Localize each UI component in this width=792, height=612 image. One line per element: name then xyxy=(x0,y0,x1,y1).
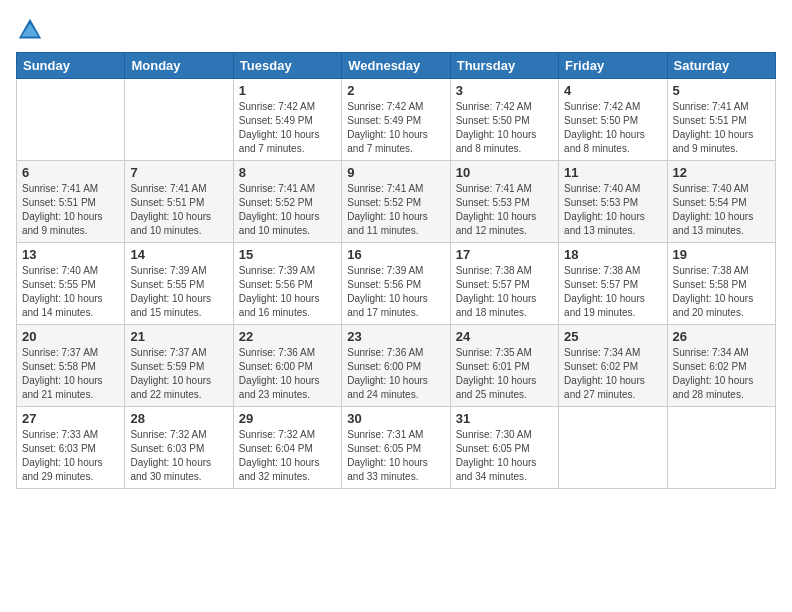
day-number: 5 xyxy=(673,83,770,98)
day-info: Sunrise: 7:41 AM Sunset: 5:51 PM Dayligh… xyxy=(673,100,770,156)
calendar-day-5: 5Sunrise: 7:41 AM Sunset: 5:51 PM Daylig… xyxy=(667,79,775,161)
day-info: Sunrise: 7:37 AM Sunset: 5:58 PM Dayligh… xyxy=(22,346,119,402)
calendar-day-17: 17Sunrise: 7:38 AM Sunset: 5:57 PM Dayli… xyxy=(450,243,558,325)
day-number: 26 xyxy=(673,329,770,344)
calendar-day-31: 31Sunrise: 7:30 AM Sunset: 6:05 PM Dayli… xyxy=(450,407,558,489)
day-number: 19 xyxy=(673,247,770,262)
calendar-week-row: 27Sunrise: 7:33 AM Sunset: 6:03 PM Dayli… xyxy=(17,407,776,489)
day-info: Sunrise: 7:35 AM Sunset: 6:01 PM Dayligh… xyxy=(456,346,553,402)
calendar-day-15: 15Sunrise: 7:39 AM Sunset: 5:56 PM Dayli… xyxy=(233,243,341,325)
day-number: 24 xyxy=(456,329,553,344)
day-number: 21 xyxy=(130,329,227,344)
day-number: 17 xyxy=(456,247,553,262)
day-number: 20 xyxy=(22,329,119,344)
day-number: 13 xyxy=(22,247,119,262)
calendar-day-19: 19Sunrise: 7:38 AM Sunset: 5:58 PM Dayli… xyxy=(667,243,775,325)
day-header-tuesday: Tuesday xyxy=(233,53,341,79)
day-info: Sunrise: 7:38 AM Sunset: 5:57 PM Dayligh… xyxy=(564,264,661,320)
day-info: Sunrise: 7:37 AM Sunset: 5:59 PM Dayligh… xyxy=(130,346,227,402)
day-number: 18 xyxy=(564,247,661,262)
calendar-day-26: 26Sunrise: 7:34 AM Sunset: 6:02 PM Dayli… xyxy=(667,325,775,407)
day-number: 30 xyxy=(347,411,444,426)
day-number: 10 xyxy=(456,165,553,180)
calendar-day-12: 12Sunrise: 7:40 AM Sunset: 5:54 PM Dayli… xyxy=(667,161,775,243)
day-info: Sunrise: 7:41 AM Sunset: 5:52 PM Dayligh… xyxy=(239,182,336,238)
day-number: 25 xyxy=(564,329,661,344)
day-number: 29 xyxy=(239,411,336,426)
logo-icon xyxy=(16,16,44,44)
header xyxy=(16,16,776,44)
day-info: Sunrise: 7:32 AM Sunset: 6:04 PM Dayligh… xyxy=(239,428,336,484)
day-info: Sunrise: 7:32 AM Sunset: 6:03 PM Dayligh… xyxy=(130,428,227,484)
day-header-thursday: Thursday xyxy=(450,53,558,79)
day-number: 14 xyxy=(130,247,227,262)
day-number: 27 xyxy=(22,411,119,426)
calendar-day-24: 24Sunrise: 7:35 AM Sunset: 6:01 PM Dayli… xyxy=(450,325,558,407)
day-header-saturday: Saturday xyxy=(667,53,775,79)
calendar-day-21: 21Sunrise: 7:37 AM Sunset: 5:59 PM Dayli… xyxy=(125,325,233,407)
day-number: 1 xyxy=(239,83,336,98)
calendar-day-20: 20Sunrise: 7:37 AM Sunset: 5:58 PM Dayli… xyxy=(17,325,125,407)
calendar-week-row: 6Sunrise: 7:41 AM Sunset: 5:51 PM Daylig… xyxy=(17,161,776,243)
day-header-sunday: Sunday xyxy=(17,53,125,79)
day-info: Sunrise: 7:42 AM Sunset: 5:49 PM Dayligh… xyxy=(347,100,444,156)
calendar-day-30: 30Sunrise: 7:31 AM Sunset: 6:05 PM Dayli… xyxy=(342,407,450,489)
day-info: Sunrise: 7:36 AM Sunset: 6:00 PM Dayligh… xyxy=(239,346,336,402)
calendar-day-22: 22Sunrise: 7:36 AM Sunset: 6:00 PM Dayli… xyxy=(233,325,341,407)
calendar-day-27: 27Sunrise: 7:33 AM Sunset: 6:03 PM Dayli… xyxy=(17,407,125,489)
day-info: Sunrise: 7:42 AM Sunset: 5:49 PM Dayligh… xyxy=(239,100,336,156)
day-number: 4 xyxy=(564,83,661,98)
day-number: 11 xyxy=(564,165,661,180)
day-info: Sunrise: 7:41 AM Sunset: 5:51 PM Dayligh… xyxy=(130,182,227,238)
day-number: 23 xyxy=(347,329,444,344)
day-info: Sunrise: 7:39 AM Sunset: 5:56 PM Dayligh… xyxy=(239,264,336,320)
calendar-day-14: 14Sunrise: 7:39 AM Sunset: 5:55 PM Dayli… xyxy=(125,243,233,325)
day-number: 3 xyxy=(456,83,553,98)
day-info: Sunrise: 7:41 AM Sunset: 5:51 PM Dayligh… xyxy=(22,182,119,238)
calendar-day-1: 1Sunrise: 7:42 AM Sunset: 5:49 PM Daylig… xyxy=(233,79,341,161)
day-info: Sunrise: 7:34 AM Sunset: 6:02 PM Dayligh… xyxy=(673,346,770,402)
calendar-day-10: 10Sunrise: 7:41 AM Sunset: 5:53 PM Dayli… xyxy=(450,161,558,243)
calendar-week-row: 13Sunrise: 7:40 AM Sunset: 5:55 PM Dayli… xyxy=(17,243,776,325)
calendar-day-9: 9Sunrise: 7:41 AM Sunset: 5:52 PM Daylig… xyxy=(342,161,450,243)
day-info: Sunrise: 7:39 AM Sunset: 5:56 PM Dayligh… xyxy=(347,264,444,320)
calendar-day-23: 23Sunrise: 7:36 AM Sunset: 6:00 PM Dayli… xyxy=(342,325,450,407)
day-info: Sunrise: 7:42 AM Sunset: 5:50 PM Dayligh… xyxy=(564,100,661,156)
day-info: Sunrise: 7:39 AM Sunset: 5:55 PM Dayligh… xyxy=(130,264,227,320)
calendar-empty xyxy=(17,79,125,161)
calendar-day-2: 2Sunrise: 7:42 AM Sunset: 5:49 PM Daylig… xyxy=(342,79,450,161)
day-number: 6 xyxy=(22,165,119,180)
day-info: Sunrise: 7:38 AM Sunset: 5:58 PM Dayligh… xyxy=(673,264,770,320)
calendar-day-7: 7Sunrise: 7:41 AM Sunset: 5:51 PM Daylig… xyxy=(125,161,233,243)
day-info: Sunrise: 7:42 AM Sunset: 5:50 PM Dayligh… xyxy=(456,100,553,156)
day-header-monday: Monday xyxy=(125,53,233,79)
day-number: 28 xyxy=(130,411,227,426)
day-number: 31 xyxy=(456,411,553,426)
calendar-day-16: 16Sunrise: 7:39 AM Sunset: 5:56 PM Dayli… xyxy=(342,243,450,325)
day-number: 16 xyxy=(347,247,444,262)
logo xyxy=(16,16,48,44)
calendar-day-8: 8Sunrise: 7:41 AM Sunset: 5:52 PM Daylig… xyxy=(233,161,341,243)
day-number: 8 xyxy=(239,165,336,180)
day-number: 2 xyxy=(347,83,444,98)
day-info: Sunrise: 7:40 AM Sunset: 5:54 PM Dayligh… xyxy=(673,182,770,238)
calendar-day-18: 18Sunrise: 7:38 AM Sunset: 5:57 PM Dayli… xyxy=(559,243,667,325)
day-number: 7 xyxy=(130,165,227,180)
calendar-day-6: 6Sunrise: 7:41 AM Sunset: 5:51 PM Daylig… xyxy=(17,161,125,243)
day-header-wednesday: Wednesday xyxy=(342,53,450,79)
calendar: SundayMondayTuesdayWednesdayThursdayFrid… xyxy=(16,52,776,489)
calendar-week-row: 20Sunrise: 7:37 AM Sunset: 5:58 PM Dayli… xyxy=(17,325,776,407)
calendar-day-29: 29Sunrise: 7:32 AM Sunset: 6:04 PM Dayli… xyxy=(233,407,341,489)
day-info: Sunrise: 7:40 AM Sunset: 5:55 PM Dayligh… xyxy=(22,264,119,320)
day-info: Sunrise: 7:34 AM Sunset: 6:02 PM Dayligh… xyxy=(564,346,661,402)
calendar-day-25: 25Sunrise: 7:34 AM Sunset: 6:02 PM Dayli… xyxy=(559,325,667,407)
day-info: Sunrise: 7:41 AM Sunset: 5:53 PM Dayligh… xyxy=(456,182,553,238)
day-info: Sunrise: 7:33 AM Sunset: 6:03 PM Dayligh… xyxy=(22,428,119,484)
calendar-empty xyxy=(125,79,233,161)
calendar-day-4: 4Sunrise: 7:42 AM Sunset: 5:50 PM Daylig… xyxy=(559,79,667,161)
day-info: Sunrise: 7:36 AM Sunset: 6:00 PM Dayligh… xyxy=(347,346,444,402)
day-number: 22 xyxy=(239,329,336,344)
calendar-day-13: 13Sunrise: 7:40 AM Sunset: 5:55 PM Dayli… xyxy=(17,243,125,325)
day-header-friday: Friday xyxy=(559,53,667,79)
day-info: Sunrise: 7:31 AM Sunset: 6:05 PM Dayligh… xyxy=(347,428,444,484)
